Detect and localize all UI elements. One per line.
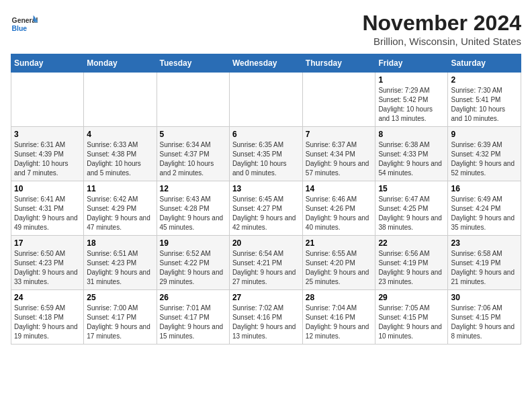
weekday-tuesday: Tuesday: [157, 54, 229, 73]
calendar-cell: 7Sunrise: 6:37 AM Sunset: 4:34 PM Daylig…: [302, 127, 375, 181]
day-info: Sunrise: 6:58 AM Sunset: 4:19 PM Dayligh…: [451, 249, 518, 287]
day-info: Sunrise: 6:46 AM Sunset: 4:26 PM Dayligh…: [306, 195, 373, 232]
calendar-cell: 4Sunrise: 6:33 AM Sunset: 4:38 PM Daylig…: [84, 127, 157, 181]
month-title: November 2024: [362, 11, 521, 36]
calendar-cell: 6Sunrise: 6:35 AM Sunset: 4:35 PM Daylig…: [229, 127, 302, 181]
week-row-5: 24Sunrise: 6:59 AM Sunset: 4:18 PM Dayli…: [11, 290, 521, 345]
day-number: 14: [306, 184, 373, 193]
day-number: 8: [378, 130, 445, 139]
logo-icon: General Blue: [11, 11, 38, 38]
calendar-cell: 20Sunrise: 6:54 AM Sunset: 4:21 PM Dayli…: [229, 236, 302, 290]
day-number: 24: [14, 293, 81, 302]
day-info: Sunrise: 7:00 AM Sunset: 4:17 PM Dayligh…: [87, 304, 153, 341]
calendar-cell: 29Sunrise: 7:05 AM Sunset: 4:15 PM Dayli…: [375, 290, 448, 345]
day-info: Sunrise: 6:37 AM Sunset: 4:34 PM Dayligh…: [306, 140, 373, 178]
calendar-cell: 15Sunrise: 6:47 AM Sunset: 4:25 PM Dayli…: [375, 181, 448, 236]
day-number: 29: [378, 293, 445, 302]
day-info: Sunrise: 6:38 AM Sunset: 4:33 PM Dayligh…: [378, 140, 445, 178]
weekday-monday: Monday: [84, 54, 157, 73]
week-row-2: 3Sunrise: 6:31 AM Sunset: 4:39 PM Daylig…: [11, 127, 521, 181]
week-row-3: 10Sunrise: 6:41 AM Sunset: 4:31 PM Dayli…: [11, 181, 521, 236]
calendar-cell: 25Sunrise: 7:00 AM Sunset: 4:17 PM Dayli…: [84, 290, 157, 345]
calendar-table: SundayMondayTuesdayWednesdayThursdayFrid…: [11, 54, 521, 345]
calendar-cell: 27Sunrise: 7:02 AM Sunset: 4:16 PM Dayli…: [229, 290, 302, 345]
weekday-header-row: SundayMondayTuesdayWednesdayThursdayFrid…: [11, 54, 521, 73]
day-info: Sunrise: 6:59 AM Sunset: 4:18 PM Dayligh…: [14, 304, 81, 341]
day-info: Sunrise: 7:29 AM Sunset: 5:42 PM Dayligh…: [378, 86, 445, 124]
calendar-cell: 19Sunrise: 6:52 AM Sunset: 4:22 PM Dayli…: [157, 236, 229, 290]
calendar-cell: 3Sunrise: 6:31 AM Sunset: 4:39 PM Daylig…: [11, 127, 84, 181]
day-info: Sunrise: 6:42 AM Sunset: 4:29 PM Dayligh…: [87, 195, 153, 232]
logo: General Blue: [11, 11, 40, 38]
day-number: 12: [160, 184, 226, 193]
calendar-cell: 26Sunrise: 7:01 AM Sunset: 4:17 PM Dayli…: [157, 290, 229, 345]
day-info: Sunrise: 6:52 AM Sunset: 4:22 PM Dayligh…: [160, 249, 226, 287]
day-number: 20: [232, 238, 300, 248]
day-info: Sunrise: 7:06 AM Sunset: 4:15 PM Dayligh…: [451, 304, 518, 341]
calendar-cell: 21Sunrise: 6:55 AM Sunset: 4:20 PM Dayli…: [302, 236, 375, 290]
day-info: Sunrise: 7:02 AM Sunset: 4:16 PM Dayligh…: [232, 304, 300, 341]
calendar-cell: 5Sunrise: 6:34 AM Sunset: 4:37 PM Daylig…: [157, 127, 229, 181]
day-number: 18: [87, 238, 153, 248]
day-info: Sunrise: 6:56 AM Sunset: 4:19 PM Dayligh…: [378, 249, 445, 287]
day-number: 13: [232, 184, 300, 193]
calendar-cell: [157, 73, 229, 127]
week-row-1: 1Sunrise: 7:29 AM Sunset: 5:42 PM Daylig…: [11, 73, 521, 127]
day-number: 6: [232, 130, 300, 139]
week-row-4: 17Sunrise: 6:50 AM Sunset: 4:23 PM Dayli…: [11, 236, 521, 290]
calendar-cell: 24Sunrise: 6:59 AM Sunset: 4:18 PM Dayli…: [11, 290, 84, 345]
day-number: 27: [232, 293, 300, 302]
calendar-cell: 2Sunrise: 7:30 AM Sunset: 5:41 PM Daylig…: [448, 73, 521, 127]
day-info: Sunrise: 7:05 AM Sunset: 4:15 PM Dayligh…: [378, 304, 445, 341]
day-number: 7: [306, 130, 373, 139]
day-number: 26: [160, 293, 226, 302]
day-number: 28: [306, 293, 373, 302]
calendar-cell: 18Sunrise: 6:51 AM Sunset: 4:23 PM Dayli…: [84, 236, 157, 290]
weekday-wednesday: Wednesday: [229, 54, 302, 73]
location: Brillion, Wisconsin, United States: [362, 36, 521, 47]
calendar-cell: 11Sunrise: 6:42 AM Sunset: 4:29 PM Dayli…: [84, 181, 157, 236]
day-number: 9: [451, 130, 518, 139]
day-info: Sunrise: 6:54 AM Sunset: 4:21 PM Dayligh…: [232, 249, 300, 287]
day-info: Sunrise: 7:30 AM Sunset: 5:41 PM Dayligh…: [451, 86, 518, 124]
weekday-friday: Friday: [375, 54, 448, 73]
day-number: 11: [87, 184, 153, 193]
calendar-cell: 9Sunrise: 6:39 AM Sunset: 4:32 PM Daylig…: [448, 127, 521, 181]
calendar-cell: 22Sunrise: 6:56 AM Sunset: 4:19 PM Dayli…: [375, 236, 448, 290]
calendar-cell: [11, 73, 84, 127]
day-info: Sunrise: 6:33 AM Sunset: 4:38 PM Dayligh…: [87, 140, 153, 178]
calendar-cell: 23Sunrise: 6:58 AM Sunset: 4:19 PM Dayli…: [448, 236, 521, 290]
day-info: Sunrise: 6:50 AM Sunset: 4:23 PM Dayligh…: [14, 249, 81, 287]
day-info: Sunrise: 6:35 AM Sunset: 4:35 PM Dayligh…: [232, 140, 300, 178]
calendar-cell: 10Sunrise: 6:41 AM Sunset: 4:31 PM Dayli…: [11, 181, 84, 236]
weekday-thursday: Thursday: [302, 54, 375, 73]
day-number: 10: [14, 184, 81, 193]
day-number: 2: [451, 75, 518, 85]
day-info: Sunrise: 7:01 AM Sunset: 4:17 PM Dayligh…: [160, 304, 226, 341]
calendar-cell: 8Sunrise: 6:38 AM Sunset: 4:33 PM Daylig…: [375, 127, 448, 181]
day-info: Sunrise: 6:39 AM Sunset: 4:32 PM Dayligh…: [451, 140, 518, 178]
svg-text:Blue: Blue: [12, 25, 28, 32]
day-info: Sunrise: 6:34 AM Sunset: 4:37 PM Dayligh…: [160, 140, 226, 178]
day-info: Sunrise: 7:04 AM Sunset: 4:16 PM Dayligh…: [306, 304, 373, 341]
calendar-cell: [302, 73, 375, 127]
weekday-saturday: Saturday: [448, 54, 521, 73]
calendar-cell: 17Sunrise: 6:50 AM Sunset: 4:23 PM Dayli…: [11, 236, 84, 290]
day-number: 5: [160, 130, 226, 139]
calendar-cell: [229, 73, 302, 127]
day-number: 19: [160, 238, 226, 248]
day-number: 15: [378, 184, 445, 193]
day-number: 21: [306, 238, 373, 248]
day-info: Sunrise: 6:51 AM Sunset: 4:23 PM Dayligh…: [87, 249, 153, 287]
day-number: 23: [451, 238, 518, 248]
title-area: November 2024 Brillion, Wisconsin, Unite…: [362, 11, 521, 47]
day-info: Sunrise: 6:31 AM Sunset: 4:39 PM Dayligh…: [14, 140, 81, 178]
day-info: Sunrise: 6:41 AM Sunset: 4:31 PM Dayligh…: [14, 195, 81, 232]
calendar-cell: 16Sunrise: 6:49 AM Sunset: 4:24 PM Dayli…: [448, 181, 521, 236]
calendar-cell: [84, 73, 157, 127]
day-info: Sunrise: 6:55 AM Sunset: 4:20 PM Dayligh…: [306, 249, 373, 287]
day-info: Sunrise: 6:49 AM Sunset: 4:24 PM Dayligh…: [451, 195, 518, 232]
day-number: 17: [14, 238, 81, 248]
day-info: Sunrise: 6:45 AM Sunset: 4:27 PM Dayligh…: [232, 195, 300, 232]
calendar-cell: 14Sunrise: 6:46 AM Sunset: 4:26 PM Dayli…: [302, 181, 375, 236]
